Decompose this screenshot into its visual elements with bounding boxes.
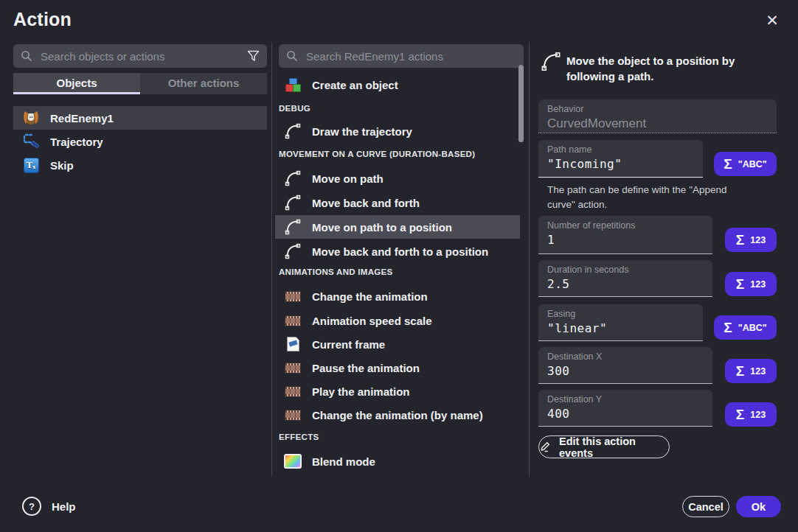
film-strip-icon <box>284 363 302 374</box>
cancel-button[interactable]: Cancel <box>682 496 729 517</box>
action-row-move-back-forth-to-position[interactable]: Move back and forth to a position <box>275 239 520 263</box>
action-row-change-animation-by-name[interactable]: Change the animation (by name) <box>275 403 520 427</box>
help-icon: ? <box>22 497 41 516</box>
expression-button-destination-y[interactable]: Σ 123 <box>725 402 777 427</box>
curve-icon <box>284 243 302 259</box>
field-label: Easing <box>547 309 694 319</box>
curve-icon <box>541 52 561 74</box>
action-row-blend-mode[interactable]: Blend mode <box>275 449 520 473</box>
sigma-icon: Σ <box>736 407 744 423</box>
panel-divider <box>271 42 272 477</box>
object-label: RedEnemy1 <box>50 112 114 125</box>
sigma-icon: Σ <box>736 276 744 293</box>
curve-icon <box>284 219 302 235</box>
easing-value[interactable]: "linear" <box>547 321 694 335</box>
destination-x-field[interactable]: Destination X 300 <box>538 347 712 384</box>
action-row-create-object[interactable]: Create an object <box>275 73 520 97</box>
duration-field[interactable]: Duration in seconds 2.5 <box>538 260 712 297</box>
action-label: Move back and forth <box>312 197 420 209</box>
action-label: Draw the trajectory <box>312 125 412 138</box>
action-row-move-back-forth[interactable]: Move back and forth <box>275 191 520 214</box>
action-row-animation-speed-scale[interactable]: Animation speed scale <box>275 309 520 332</box>
ok-button[interactable]: Ok <box>736 496 781 517</box>
action-label: Create an object <box>312 79 398 91</box>
object-row-redenemy1[interactable]: RedEnemy1 <box>13 106 267 130</box>
expression-button-repetitions[interactable]: Σ 123 <box>725 228 777 252</box>
frame-icon <box>284 337 302 351</box>
film-strip-icon <box>284 386 302 397</box>
close-icon[interactable]: ✕ <box>762 10 783 31</box>
enemy-sprite-icon <box>22 110 40 126</box>
field-label: Number of repetitions <box>547 220 704 231</box>
action-row-pause-animation[interactable]: Pause the animation <box>275 356 520 379</box>
action-label: Current frame <box>312 338 385 351</box>
sigma-icon: Σ <box>736 363 744 379</box>
action-label: Play the animation <box>312 385 410 398</box>
panel-divider <box>529 42 530 477</box>
expression-button-duration[interactable]: Σ 123 <box>725 272 777 296</box>
tab-other-actions[interactable]: Other actions <box>140 73 267 94</box>
behavior-value: CurvedMovement <box>547 116 768 131</box>
sigma-icon: Σ <box>736 232 744 248</box>
filter-icon[interactable] <box>247 50 260 62</box>
field-label: Duration in seconds <box>547 265 704 275</box>
curve-icon <box>284 123 302 139</box>
destination-y-field[interactable]: Destination Y 400 <box>538 390 712 427</box>
action-description: Move the object to a position by followi… <box>566 53 780 84</box>
sigma-icon: Σ <box>724 320 732 336</box>
page-title: Action <box>13 9 72 30</box>
film-strip-icon <box>284 410 302 421</box>
field-label: Path name <box>547 144 694 155</box>
action-row-change-animation[interactable]: Change the animation <box>275 284 520 308</box>
action-label: Change the animation <box>312 290 428 303</box>
easing-field[interactable]: Easing "linear" <box>538 304 703 341</box>
object-label: Trajectory <box>50 136 103 148</box>
edit-action-events-button[interactable]: Edit this action events <box>538 435 670 458</box>
section-header: EFFECTS <box>279 433 319 441</box>
action-row-move-on-path[interactable]: Move on path <box>275 167 520 190</box>
destination-x-value[interactable]: 300 <box>547 364 704 378</box>
curve-icon <box>284 170 302 186</box>
tab-objects[interactable]: Objects <box>13 73 140 94</box>
path-name-field[interactable]: Path name "Incoming" <box>538 140 703 178</box>
path-pencil-icon <box>22 133 40 150</box>
sigma-icon: Σ <box>724 156 732 172</box>
action-row-draw-trajectory[interactable]: Draw the trajectory <box>275 119 520 143</box>
left-tabs: Objects Other actions <box>13 73 267 94</box>
duration-value[interactable]: 2.5 <box>547 277 704 291</box>
search-input[interactable] <box>305 49 516 63</box>
repetitions-value[interactable]: 1 <box>547 233 704 247</box>
action-label: Blend mode <box>312 455 375 468</box>
field-label: Destination Y <box>547 394 704 405</box>
film-strip-icon <box>284 291 302 302</box>
objects-search-bar <box>13 44 267 68</box>
help-button[interactable]: ? Help <box>22 497 76 516</box>
actions-search-bar <box>279 44 524 68</box>
action-label: Animation speed scale <box>312 315 432 327</box>
action-label: Move on path to a position <box>312 221 452 234</box>
helper-text: The path can be define with the "Append … <box>547 183 732 212</box>
action-row-play-animation[interactable]: Play the animation <box>275 379 520 403</box>
path-name-value[interactable]: "Incoming" <box>547 157 694 171</box>
object-row-skip[interactable]: Tx Skip <box>13 153 267 177</box>
expression-button-easing[interactable]: Σ "ABC" <box>714 315 777 340</box>
action-label: Move on path <box>312 172 384 185</box>
object-row-trajectory[interactable]: Trajectory <box>13 130 267 153</box>
action-label: Change the animation (by name) <box>312 409 483 421</box>
expression-button-destination-x[interactable]: Σ 123 <box>725 359 777 383</box>
action-row-current-frame[interactable]: Current frame <box>275 332 520 356</box>
destination-y-value[interactable]: 400 <box>547 407 704 421</box>
expression-button-path-name[interactable]: Σ "ABC" <box>714 152 777 176</box>
behavior-field: Behavior CurvedMovement <box>538 99 777 133</box>
cubes-icon <box>284 77 302 93</box>
pencil-icon <box>539 440 552 455</box>
object-label: Skip <box>50 159 74 172</box>
search-input[interactable] <box>39 49 240 63</box>
section-header: MOVEMENT ON A CURVE (DURATION-BASED) <box>279 150 475 158</box>
section-header: ANIMATIONS AND IMAGES <box>279 267 393 276</box>
action-label: Pause the animation <box>312 362 420 374</box>
scrollbar[interactable] <box>518 65 524 142</box>
action-row-move-on-path-to-position[interactable]: Move on path to a position <box>275 215 520 239</box>
repetitions-field[interactable]: Number of repetitions 1 <box>538 216 712 254</box>
action-label: Move back and forth to a position <box>312 245 488 258</box>
